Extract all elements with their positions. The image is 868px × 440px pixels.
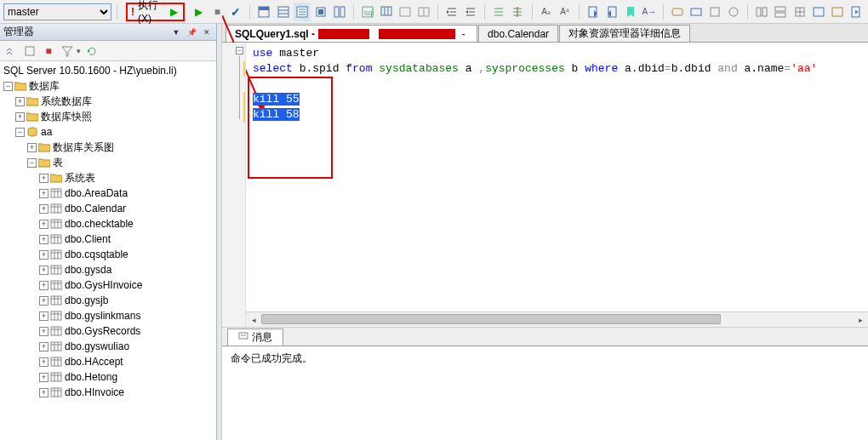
tb-icon[interactable]: [585, 3, 602, 21]
uncomment-button[interactable]: [509, 3, 526, 21]
table-node[interactable]: +dbo.Hetong: [0, 369, 216, 385]
case-button[interactable]: Aᵃ: [557, 3, 574, 21]
indent-button[interactable]: [443, 3, 460, 21]
svg-rect-10: [318, 9, 323, 14]
tb-icon[interactable]: [331, 3, 348, 21]
svg-rect-42: [711, 8, 719, 16]
table-node[interactable]: +dbo.Calendar: [0, 201, 216, 216]
parse-button[interactable]: ✓: [227, 3, 244, 21]
tab-sqlquery1[interactable]: SQLQuery1.sql - -: [226, 25, 477, 42]
fold-minus-icon[interactable]: −: [236, 47, 243, 54]
snapshot-folder[interactable]: + 数据库快照: [0, 109, 216, 124]
databases-folder[interactable]: − 数据库: [0, 78, 216, 94]
table-icon: [50, 265, 62, 275]
table-node[interactable]: +dbo.gyswuliao: [0, 339, 216, 354]
tb-icon[interactable]: [753, 3, 770, 21]
case-button[interactable]: Aₐ: [537, 3, 554, 21]
panel-dropdown-icon[interactable]: ▼: [170, 26, 182, 38]
scrollbar-thumb[interactable]: [261, 314, 721, 324]
refresh-icon[interactable]: [84, 43, 100, 59]
table-node[interactable]: +dbo.gysda: [0, 262, 216, 277]
svg-rect-83: [51, 281, 61, 289]
folder-icon: [14, 81, 26, 91]
execute-button[interactable]: ! 执行(X) ▶: [126, 3, 185, 21]
stop-icon[interactable]: ■: [41, 43, 56, 59]
results-tabstrip: 消息: [222, 328, 868, 346]
bookmark-button[interactable]: [622, 3, 639, 21]
toolbar-separator: [663, 4, 664, 20]
sys-tables-folder[interactable]: + 系统表: [0, 170, 216, 186]
tb-icon[interactable]: [255, 3, 272, 21]
svg-rect-51: [814, 8, 824, 16]
close-icon[interactable]: ✕: [201, 26, 213, 38]
outdent-button[interactable]: [462, 3, 479, 21]
svg-rect-107: [51, 373, 61, 381]
scroll-left-icon[interactable]: ◂: [246, 312, 261, 328]
object-tree[interactable]: SQL Server 10.50.1600 - HZ\yuebin.li) − …: [0, 61, 216, 440]
svg-rect-15: [381, 7, 391, 15]
editor-gutter: −: [222, 43, 246, 327]
tb-icon[interactable]: [397, 3, 414, 21]
tables-folder[interactable]: − 表: [0, 155, 216, 170]
sys-databases-folder[interactable]: + 系统数据库: [0, 94, 216, 109]
tb-icon[interactable]: [725, 3, 742, 21]
svg-rect-87: [51, 296, 61, 305]
folder-icon: [26, 96, 38, 106]
database-selector[interactable]: master: [3, 3, 111, 20]
table-node[interactable]: +dbo.gyslinkmans: [0, 308, 216, 323]
svg-marker-54: [855, 10, 859, 14]
diagrams-folder[interactable]: + 数据库关系图: [0, 140, 216, 155]
tb-icon[interactable]: [829, 3, 846, 21]
tb-icon[interactable]: [669, 3, 686, 21]
database-node-aa[interactable]: − aa: [0, 124, 216, 140]
table-node[interactable]: +dbo.HInvoice: [0, 385, 216, 400]
tb-icon[interactable]: [274, 3, 291, 21]
sql-editor[interactable]: − use master select b.spid from sysdatab…: [222, 43, 868, 328]
tb-icon[interactable]: [772, 3, 789, 21]
tab-object-explorer-details[interactable]: 对象资源管理器详细信息: [559, 25, 690, 42]
tb-icon[interactable]: sql: [359, 3, 376, 21]
debug-button[interactable]: ▶: [190, 3, 207, 21]
tb-icon[interactable]: [294, 3, 311, 21]
database-icon: [26, 127, 38, 137]
tb-icon[interactable]: [810, 3, 827, 21]
comment-button[interactable]: [490, 3, 507, 21]
code-area[interactable]: use master select b.spid from sysdatabas…: [246, 43, 868, 311]
scroll-right-icon[interactable]: ▸: [853, 312, 868, 328]
table-node[interactable]: +dbo.cqsqtable: [0, 247, 216, 262]
tb-icon[interactable]: [706, 3, 723, 21]
stop-button[interactable]: ■: [208, 3, 226, 21]
folder-icon: [26, 111, 38, 122]
pushpin-icon[interactable]: 📌: [186, 26, 197, 38]
server-node[interactable]: SQL Server 10.50.1600 - HZ\yuebin.li): [0, 63, 216, 78]
table-node[interactable]: +dbo.checktable: [0, 216, 216, 231]
tb-icon[interactable]: [848, 3, 865, 21]
table-node[interactable]: +dbo.GysRecords: [0, 323, 216, 339]
dropdown-icon[interactable]: ▾: [77, 47, 81, 55]
tb-icon[interactable]: A→: [641, 3, 658, 21]
table-icon: [50, 387, 62, 397]
svg-rect-59: [51, 189, 61, 197]
messages-tab[interactable]: 消息: [227, 329, 283, 346]
svg-rect-99: [51, 342, 61, 351]
connect-icon[interactable]: [3, 43, 19, 59]
filter-icon[interactable]: [60, 43, 75, 59]
table-node[interactable]: +dbo.gysjb: [0, 293, 216, 308]
svg-rect-41: [691, 9, 701, 15]
tb-icon[interactable]: [688, 3, 705, 21]
svg-point-43: [729, 8, 738, 16]
svg-rect-63: [51, 204, 61, 213]
table-node[interactable]: +dbo.HAccept: [0, 354, 216, 369]
tb-icon[interactable]: [415, 3, 432, 21]
table-node[interactable]: +dbo.Client: [0, 231, 216, 247]
tb-icon[interactable]: [378, 3, 395, 21]
tb-icon[interactable]: [791, 3, 808, 21]
table-node[interactable]: +dbo.AreaData: [0, 186, 216, 201]
disconnect-icon[interactable]: [22, 43, 37, 59]
tb-icon[interactable]: [603, 3, 620, 21]
tab-dbo-calendar[interactable]: dbo.Calendar: [478, 25, 558, 42]
horizontal-scrollbar[interactable]: ◂ ▸: [246, 311, 868, 327]
table-icon: [50, 341, 62, 351]
tb-icon[interactable]: [312, 3, 329, 21]
table-node[interactable]: +dbo.GysHInvoice: [0, 277, 216, 293]
